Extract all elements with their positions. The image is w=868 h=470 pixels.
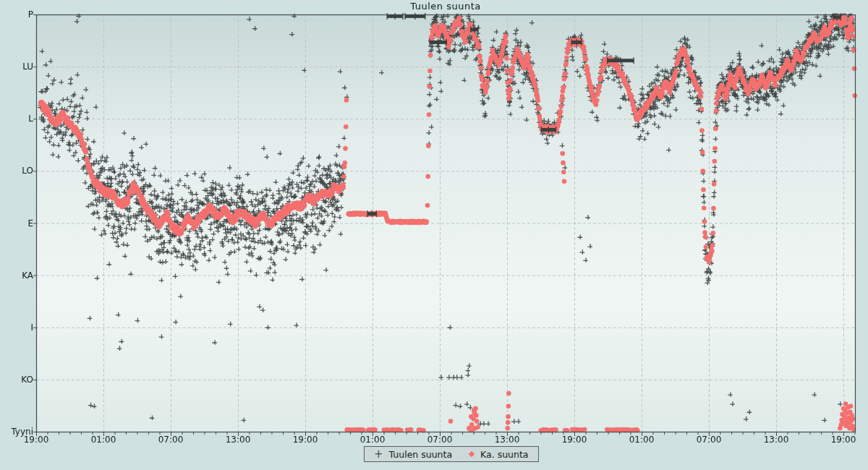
y-axis-label-I: I <box>0 322 33 333</box>
x-axis-label-6: 07:00 <box>420 435 459 445</box>
x-axis-label-8: 19:00 <box>555 435 594 445</box>
y-axis-label-P: P <box>0 9 33 20</box>
y-axis-label-LO: LO <box>0 166 33 176</box>
x-axis-label-1: 01:00 <box>84 435 123 445</box>
legend: + Tuulen suunta Ka. suunta <box>364 446 539 462</box>
x-axis-label-12: 19:00 <box>824 435 863 445</box>
x-axis-label-5: 01:00 <box>353 435 392 445</box>
chart-title: Tuulen suunta <box>36 1 855 12</box>
x-axis-label-0: 19:00 <box>17 435 56 445</box>
plot-canvas <box>0 0 868 470</box>
x-axis-label-9: 01:00 <box>622 435 661 445</box>
x-axis-label-7: 13:00 <box>488 435 527 445</box>
legend-label-average-direction: Ka. suunta <box>480 449 528 460</box>
y-axis-label-KO: KO <box>0 375 33 385</box>
diamond-marker-icon <box>469 451 475 457</box>
x-axis-label-10: 07:00 <box>689 435 728 445</box>
x-axis-label-11: 13:00 <box>757 435 796 445</box>
x-axis-label-2: 07:00 <box>151 435 190 445</box>
x-axis-label-3: 13:00 <box>218 435 258 445</box>
y-axis-label-L: L <box>0 114 33 124</box>
y-axis-label-LU: LU <box>0 61 33 72</box>
legend-label-wind-direction: Tuulen suunta <box>389 449 452 460</box>
plus-marker-icon: + <box>374 450 383 458</box>
x-axis-label-4: 19:00 <box>286 435 325 445</box>
y-axis-label-E: E <box>0 218 33 228</box>
y-axis-label-KA: KA <box>0 270 33 281</box>
